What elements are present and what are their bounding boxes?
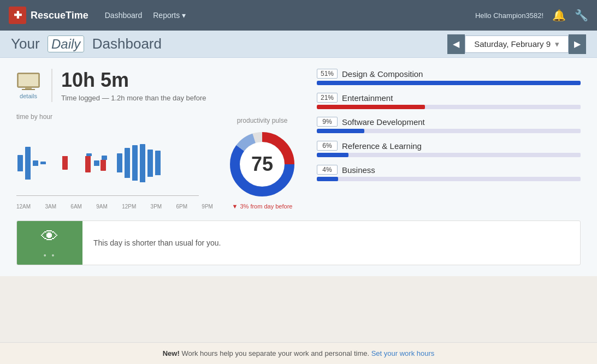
- details-link[interactable]: details: [16, 93, 40, 99]
- insight-icon-area: 👁 • •: [17, 221, 82, 265]
- bar-group: [32, 130, 38, 196]
- insight-box: 👁 • • This day is shorter than usual for…: [16, 220, 581, 265]
- bar-group: [162, 130, 168, 196]
- bar-group: [108, 130, 115, 196]
- category-bar-track: [317, 81, 581, 85]
- nav-reports-btn[interactable]: Reports ▾: [153, 11, 186, 20]
- category-bar-track: [317, 153, 581, 157]
- pulse-arrow: ▼: [232, 203, 238, 210]
- logo-area: ✚ RescueTime: [9, 7, 88, 24]
- bell-icon[interactable]: 🔔: [552, 9, 566, 22]
- lower-section: 👁 • • This day is shorter than usual for…: [0, 220, 597, 276]
- category-bar-track: [317, 129, 581, 133]
- category-row: 21%Entertainment: [317, 93, 581, 109]
- category-name[interactable]: Business: [342, 165, 375, 175]
- title-suffix: Dashboard: [92, 35, 162, 52]
- category-row: 4%Business: [317, 165, 581, 181]
- donut-chart: 75: [227, 129, 298, 200]
- settings-icon[interactable]: 🔧: [575, 9, 588, 22]
- insight-text: This day is shorter than usual for you.: [82, 221, 232, 265]
- bar-group: [177, 130, 184, 196]
- bar-group: [70, 130, 76, 196]
- category-bar-fill: [317, 129, 364, 133]
- pulse-sub: ▼ 3% from day before: [224, 203, 300, 210]
- positive-bar: [102, 156, 107, 160]
- bar-group: [16, 130, 23, 196]
- next-date-btn[interactable]: ▶: [569, 34, 586, 54]
- time-summary: details 10h 5m Time logged — 1.2h more t…: [16, 69, 300, 102]
- monitor-svg: [16, 72, 40, 91]
- daily-word[interactable]: Daily: [48, 35, 84, 52]
- category-bar-fill: [317, 81, 581, 85]
- reports-dropdown-arrow: ▾: [182, 11, 186, 20]
- bars-container: [16, 130, 199, 196]
- category-bar-fill: [317, 105, 425, 109]
- header: ✚ RescueTime Dashboard Reports ▾ Hello C…: [0, 0, 597, 31]
- negative-bar: [62, 156, 68, 170]
- category-row: 6%Reference & Learning: [317, 141, 581, 157]
- category-bar-track: [317, 105, 581, 109]
- hour-label: 3PM: [151, 204, 162, 210]
- title-prefix: Your: [11, 35, 40, 52]
- positive-bar: [147, 150, 153, 177]
- date-dropdown-arrow[interactable]: ▾: [555, 39, 559, 49]
- positive-bar: [25, 147, 31, 180]
- bar-group: [146, 130, 153, 196]
- time-big: 10h 5m: [61, 69, 206, 92]
- hour-label: 3AM: [45, 204, 56, 210]
- category-header: 51%Design & Composition: [317, 69, 581, 79]
- logo-text: RescueTime: [31, 10, 88, 21]
- category-name[interactable]: Design & Composition: [342, 69, 423, 79]
- svg-rect-1: [19, 74, 38, 86]
- pulse-sub-text: 3% from day before: [240, 203, 292, 210]
- main-content: details 10h 5m Time logged — 1.2h more t…: [0, 58, 597, 220]
- category-header: 21%Entertainment: [317, 93, 581, 103]
- bar-group: [101, 130, 107, 196]
- banner-text: Work hours help you separate your work a…: [181, 349, 371, 357]
- hour-label: 12PM: [122, 204, 136, 210]
- positive-bar: [125, 148, 130, 178]
- bar-group: [139, 130, 145, 196]
- pct-badge: 51%: [317, 69, 338, 79]
- logo-icon: ✚: [9, 7, 26, 24]
- daily-title: Your Daily Dashboard: [11, 35, 162, 52]
- insight-dots: • •: [44, 251, 56, 260]
- bar-group: [185, 130, 191, 196]
- bar-group: [47, 130, 54, 196]
- positive-bar: [117, 153, 122, 172]
- bar-group: [154, 130, 161, 196]
- bar-group: [85, 130, 92, 196]
- bar-group: [39, 130, 46, 196]
- bar-group: [116, 130, 122, 196]
- negative-bar: [85, 156, 91, 172]
- prev-date-btn[interactable]: ◀: [447, 34, 465, 54]
- hello-text: Hello Champion3582!: [475, 11, 543, 20]
- category-header: 6%Reference & Learning: [317, 141, 581, 151]
- category-header: 9%Software Development: [317, 117, 581, 127]
- bar-group: [24, 130, 31, 196]
- date-label: Saturday, February 9: [474, 39, 551, 49]
- bar-group: [55, 130, 61, 196]
- hour-labels: 12AM3AM6AM9AM12PM3PM6PM9PM: [16, 204, 213, 210]
- category-name[interactable]: Entertainment: [342, 93, 393, 103]
- date-bar: Your Daily Dashboard ◀ Saturday, Februar…: [0, 31, 597, 58]
- bar-group: [169, 130, 176, 196]
- hour-label: 6AM: [70, 204, 82, 210]
- bar-group: [131, 130, 138, 196]
- monitor-icon-area: details: [16, 72, 40, 99]
- nav-dashboard[interactable]: Dashboard: [105, 11, 143, 20]
- pct-badge: 9%: [317, 117, 338, 127]
- banner-link[interactable]: Set your work hours: [371, 349, 435, 357]
- negative-bar: [101, 160, 106, 171]
- bar-group: [78, 130, 84, 196]
- category-name[interactable]: Software Development: [342, 117, 425, 127]
- time-by-hour-section: time by hour 12AM3AM6AM9AM12PM3PM6PM9PM: [16, 113, 213, 210]
- category-header: 4%Business: [317, 165, 581, 175]
- pct-badge: 6%: [317, 141, 338, 151]
- hour-label: 12AM: [16, 204, 31, 210]
- category-bar-fill: [317, 153, 348, 157]
- positive-bar: [140, 144, 145, 182]
- svg-rect-3: [22, 89, 35, 90]
- category-name[interactable]: Reference & Learning: [342, 141, 422, 151]
- category-bar-fill: [317, 177, 338, 181]
